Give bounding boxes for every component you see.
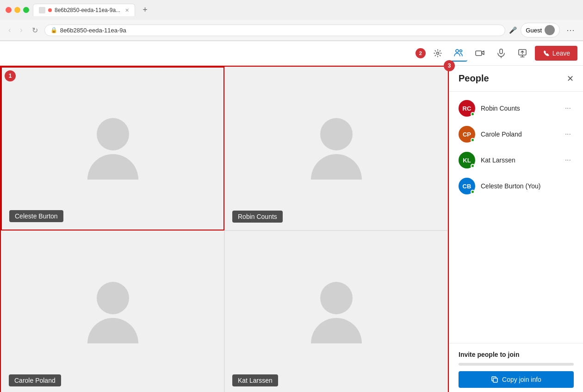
carole-avatar-placeholder	[87, 282, 138, 343]
celeste-avatar-body	[87, 154, 138, 180]
robin-online-dot	[471, 112, 475, 116]
kat-avatar-body	[311, 318, 362, 343]
video-button[interactable]	[471, 45, 489, 61]
lock-icon: 🔒	[50, 27, 57, 33]
kat-initials: KL	[463, 157, 471, 164]
people-icon	[453, 48, 464, 58]
step3-badge: 3	[444, 60, 455, 71]
tab-dot	[48, 8, 52, 12]
svg-point-1	[456, 50, 459, 52]
people-list: RC Robin Counts ··· CP Carole Poland ···…	[449, 92, 583, 343]
close-traffic-light[interactable]	[6, 7, 12, 13]
traffic-lights	[6, 7, 29, 13]
settings-icon	[433, 49, 442, 58]
video-icon	[475, 48, 485, 58]
video-cell-celeste: Celeste Burton	[1, 67, 224, 230]
share-button[interactable]	[514, 45, 531, 61]
kat-name-tag: Kat Larssen	[232, 374, 278, 386]
people-panel-close-button[interactable]: ✕	[567, 74, 574, 84]
svg-rect-3	[476, 51, 482, 56]
celeste-name-tag: Celeste Burton	[9, 210, 63, 222]
share-icon	[517, 48, 527, 58]
kat-online-dot	[471, 164, 475, 168]
celeste-avatar-placeholder	[87, 118, 138, 180]
svg-point-2	[459, 50, 462, 52]
video-cell-robin: Robin Counts	[224, 67, 448, 230]
celeste-initials: CB	[463, 183, 471, 190]
celeste-avatar-head	[97, 118, 129, 150]
carole-name: Carole Poland	[481, 131, 557, 138]
address-bar: ‹ › ↻ 🔒 8e6b2850-eeda-11ea-9a 🎤 Guest ⋯	[0, 20, 583, 41]
copy-join-info-button[interactable]: Copy join info	[459, 371, 574, 388]
mic-button[interactable]	[492, 45, 510, 61]
url-bar[interactable]: 🔒 8e6b2850-eeda-11ea-9a	[44, 25, 506, 36]
kat-avatar-head	[320, 282, 353, 314]
step1-badge: 1	[5, 70, 16, 81]
list-item: CB Celeste Burton (You)	[449, 173, 583, 199]
carole-name-tag: Carole Poland	[9, 374, 61, 386]
browser-tab[interactable]: 8e6b2850-eeda-11ea-9a... ✕	[33, 4, 135, 16]
carole-avatar-body	[87, 318, 138, 343]
celeste-online-dot	[471, 190, 475, 194]
leave-button[interactable]: Leave	[535, 46, 577, 61]
mic-search-icon[interactable]: 🎤	[509, 26, 517, 34]
celeste-panel-avatar: CB	[459, 178, 475, 194]
carole-avatar: CP	[459, 126, 475, 143]
refresh-button[interactable]: ↻	[29, 25, 41, 36]
step2-badge: 2	[416, 48, 426, 58]
people-panel-title: People	[459, 73, 489, 84]
robin-name: Robin Counts	[481, 105, 557, 112]
list-item: RC Robin Counts ···	[449, 95, 583, 121]
invite-bar	[459, 363, 574, 366]
carole-online-dot	[471, 138, 475, 142]
robin-avatar-placeholder	[311, 118, 362, 180]
robin-avatar-body	[311, 154, 362, 180]
people-panel: 3 People ✕ RC Robin Counts ··· CP	[449, 66, 583, 392]
mic-icon	[496, 48, 506, 58]
carole-avatar-head	[97, 282, 129, 314]
kat-avatar: KL	[459, 152, 475, 168]
video-cell-kat: Kat Larssen	[224, 230, 448, 392]
list-item: CP Carole Poland ···	[449, 121, 583, 147]
copy-join-info-label: Copy join info	[502, 376, 541, 383]
guest-avatar	[545, 25, 555, 35]
robin-more-button[interactable]: ···	[562, 103, 574, 113]
carole-more-button[interactable]: ···	[562, 129, 574, 139]
people-button[interactable]	[450, 45, 467, 62]
browser-chrome: 8e6b2850-eeda-11ea-9a... ✕ + ‹ › ↻ 🔒 8e6…	[0, 0, 583, 41]
app-toolbar: 2	[0, 41, 583, 66]
guest-label: Guest	[526, 27, 542, 34]
new-tab-button[interactable]: +	[139, 5, 151, 15]
robin-avatar: RC	[459, 100, 475, 117]
kat-name: Kat Larssen	[481, 156, 557, 164]
tab-close-button[interactable]: ✕	[125, 7, 129, 13]
invite-title: Invite people to join	[459, 351, 574, 358]
copy-icon	[491, 376, 498, 383]
robin-avatar-head	[320, 118, 353, 150]
invite-section: Invite people to join Copy join info	[449, 343, 583, 392]
robin-initials: RC	[463, 105, 471, 112]
video-grid: 1 Celeste Burton Robin Counts Carole Pol…	[0, 66, 449, 392]
maximize-traffic-light[interactable]	[23, 7, 29, 13]
settings-button[interactable]	[429, 46, 446, 61]
kat-more-button[interactable]: ···	[562, 155, 574, 165]
forward-button[interactable]: ›	[17, 25, 25, 35]
svg-rect-7	[493, 378, 497, 382]
tab-title: 8e6b2850-eeda-11ea-9a...	[55, 7, 120, 13]
people-badge-btn: 2	[416, 48, 426, 58]
svg-rect-4	[500, 49, 502, 54]
back-button[interactable]: ‹	[6, 25, 13, 35]
url-text: 8e6b2850-eeda-11ea-9a	[60, 27, 500, 34]
list-item: KL Kat Larssen ···	[449, 147, 583, 173]
tab-favicon	[39, 7, 45, 13]
title-bar: 8e6b2850-eeda-11ea-9a... ✕ +	[0, 0, 583, 20]
app-body: 1 Celeste Burton Robin Counts Carole Pol…	[0, 66, 583, 392]
browser-more-button[interactable]: ⋯	[564, 24, 577, 36]
phone-icon	[542, 50, 550, 57]
kat-avatar-placeholder	[311, 282, 362, 343]
carole-initials: CP	[463, 131, 471, 138]
leave-label: Leave	[552, 50, 570, 57]
svg-point-0	[436, 52, 439, 55]
guest-badge[interactable]: Guest	[521, 23, 560, 37]
minimize-traffic-light[interactable]	[14, 7, 20, 13]
